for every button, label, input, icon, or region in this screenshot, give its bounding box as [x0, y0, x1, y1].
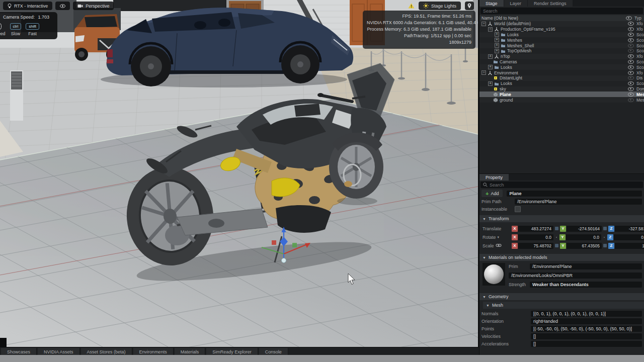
transform-scale-y-input[interactable]: 67.43505: [567, 243, 602, 249]
geometry-velocities-field[interactable]: []: [531, 333, 642, 339]
transform-translate-x-input[interactable]: 483.27274: [518, 226, 553, 232]
stage-tree-row[interactable]: CamerasSco: [479, 59, 644, 65]
visibility-eye-icon[interactable]: [628, 27, 634, 31]
axis-link-toggle[interactable]: [603, 227, 607, 230]
prim-name: Meshes: [507, 38, 627, 43]
visibility-eye-icon[interactable]: [628, 54, 634, 58]
stage-column-header[interactable]: Name (Old to New) Typ: [479, 15, 644, 21]
visibility-eye-icon[interactable]: [628, 93, 634, 97]
folder-icon: [501, 48, 506, 53]
visibility-eye-icon[interactable]: [628, 44, 634, 48]
add-property-button[interactable]: + Add: [481, 190, 503, 197]
tab-render-settings[interactable]: Render Settings: [528, 0, 573, 7]
dropdown-caret-icon[interactable]: ▾: [498, 235, 500, 239]
axis-link-toggle[interactable]: [555, 244, 558, 247]
waypoint-button[interactable]: [465, 2, 474, 10]
transform-scale-x-input[interactable]: 75.48702: [518, 243, 553, 249]
geometry-accelerations-field[interactable]: []: [531, 341, 642, 347]
geometry-orientation-field[interactable]: rightHanded: [531, 318, 642, 324]
stage-search-input[interactable]: [483, 8, 640, 14]
stage-tree-row[interactable]: PlaneMes: [479, 92, 644, 97]
transform-translate-y-input[interactable]: -274.50164: [567, 226, 602, 232]
expand-icon[interactable]: +: [495, 32, 499, 37]
material-strength-dropdown[interactable]: Weaker than Descendants: [530, 282, 642, 288]
stage-lights-button[interactable]: Stage Lights: [419, 2, 461, 10]
type-column-header[interactable]: Typ: [634, 16, 642, 21]
axis-link-toggle[interactable]: [603, 244, 607, 247]
bottom-tab-showcases[interactable]: Showcases: [1, 348, 37, 355]
tab-property[interactable]: Property: [479, 174, 509, 180]
instanceable-checkbox[interactable]: [515, 206, 521, 212]
stage-tree-row[interactable]: +LooksSco: [479, 64, 644, 70]
collapse-icon[interactable]: −: [488, 27, 493, 32]
visibility-eye-icon[interactable]: [628, 22, 634, 26]
bottom-tab-environments[interactable]: Environments: [133, 348, 174, 355]
transform-rotate-x-input[interactable]: 0.0: [518, 234, 553, 240]
stage-tree-row[interactable]: −EnvironmentXfo: [479, 70, 644, 75]
geometry-points-field[interactable]: [(-50, -50, 0), (50, -50, 0), (-50, 50, …: [531, 326, 642, 332]
stage-tree-row[interactable]: +MeshesSco: [479, 37, 644, 43]
material-thumbnail[interactable]: [482, 263, 505, 286]
expand-icon[interactable]: +: [488, 65, 493, 69]
collapse-icon[interactable]: −: [481, 70, 486, 75]
geometry-normals-field[interactable]: [(0, 0, 1), (0, 0, 1), (0, 0, 1), (0, 0,…: [531, 311, 642, 317]
bottom-tab-materials[interactable]: Materials: [175, 348, 206, 355]
visibility-eye-icon[interactable]: [628, 71, 634, 75]
expand-icon[interactable]: +: [495, 38, 499, 42]
expand-icon[interactable]: +: [488, 54, 493, 59]
name-column-header[interactable]: Name (Old to New): [481, 16, 625, 21]
visibility-menu-button[interactable]: [55, 2, 70, 10]
visibility-eye-icon[interactable]: [628, 49, 634, 53]
bottom-tab-simready-explorer[interactable]: SimReady Explorer: [206, 348, 258, 355]
scale-link-icon[interactable]: [496, 243, 502, 248]
warning-icon[interactable]: [408, 3, 415, 9]
transform-scale-z-input[interactable]: 1.0: [615, 243, 644, 249]
folder-icon: [501, 38, 506, 43]
bottom-tab-asset-stores-beta-[interactable]: Asset Stores (beta): [81, 348, 132, 355]
visibility-eye-icon[interactable]: [628, 60, 634, 64]
expand-icon[interactable]: +: [495, 49, 499, 53]
bottom-tab-console[interactable]: Console: [259, 348, 288, 355]
visibility-eye-icon[interactable]: [628, 76, 634, 80]
tab-stage[interactable]: Stage: [479, 0, 504, 7]
transform-rotate-z-input[interactable]: 0.0: [614, 234, 644, 240]
visibility-eye-icon[interactable]: [628, 38, 634, 42]
expand-icon[interactable]: +: [495, 43, 499, 48]
tab-layer[interactable]: Layer: [504, 0, 528, 7]
transform-translate-z-input[interactable]: -327.5815: [615, 226, 644, 232]
stage-tree-row[interactable]: −World (defaultPrim)Xfo: [479, 21, 644, 27]
transform-section-header[interactable]: ▼ Transform: [479, 215, 644, 222]
property-search[interactable]: [480, 182, 643, 188]
stage-tree-row[interactable]: +LooksSco: [479, 32, 644, 38]
stage-tree-row[interactable]: DistantLightDis: [479, 75, 644, 81]
material-path-field[interactable]: /Environment/Looks/OmniPBR: [509, 273, 642, 279]
visibility-eye-icon[interactable]: [628, 65, 634, 69]
visibility-eye-icon[interactable]: [628, 81, 634, 85]
collapse-icon[interactable]: −: [481, 22, 486, 26]
visibility-eye-icon[interactable]: [628, 33, 634, 37]
materials-section-header[interactable]: ▼ Materials on selected models: [479, 254, 644, 261]
material-prim-field[interactable]: /Environment/Plane: [530, 263, 642, 269]
visibility-eye-icon[interactable]: [628, 87, 634, 91]
axis-link-toggle[interactable]: [555, 227, 558, 230]
transform-rotate-y-input[interactable]: 0.0: [566, 234, 601, 240]
prim-path-field[interactable]: /Environment/Plane: [515, 199, 642, 205]
stage-tree-row[interactable]: +Meshes_ShellSco: [479, 43, 644, 48]
visibility-eye-icon[interactable]: [628, 98, 634, 102]
stage-tree-row[interactable]: +TopOptMeshSco: [479, 48, 644, 54]
viewport-3d[interactable]: RTX - Interactive Perspective Stage Ligh…: [0, 0, 478, 347]
stage-search[interactable]: [480, 8, 643, 14]
stage-tree-row[interactable]: groundMes: [479, 97, 644, 103]
stage-tree-row[interactable]: +nTopXfo: [479, 54, 644, 59]
renderer-button[interactable]: RTX - Interactive: [3, 2, 52, 10]
prim-name-field[interactable]: Plane: [507, 191, 642, 197]
expand-icon[interactable]: +: [488, 81, 493, 86]
camera-projection-button[interactable]: Perspective: [73, 2, 114, 10]
stage-tree-row[interactable]: −Production_OptiFrame_v195Xfo: [479, 27, 644, 32]
bottom-tab-nvidia-assets[interactable]: NVIDIA Assets: [38, 348, 80, 355]
mesh-section-header[interactable]: ▼ Mesh: [483, 302, 644, 309]
property-search-input[interactable]: [490, 182, 640, 188]
stage-tree-row[interactable]: +LooksSco: [479, 81, 644, 86]
geometry-section-header[interactable]: ▼ Geometry: [479, 293, 644, 300]
stage-tree-row[interactable]: skyDom: [479, 86, 644, 92]
